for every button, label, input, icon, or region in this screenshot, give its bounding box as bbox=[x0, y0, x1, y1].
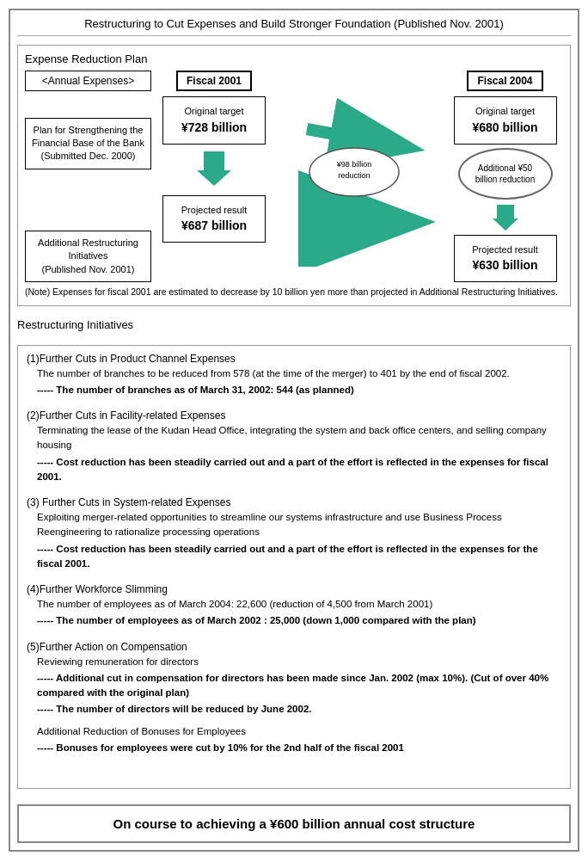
svg-text:¥98 billion: ¥98 billion bbox=[336, 160, 372, 169]
fiscal2001-column: Fiscal 2001 Original target ¥728 billion… bbox=[158, 71, 270, 282]
additional-box: Additional Restructuring Initiatives (Pu… bbox=[25, 231, 151, 282]
restructuring-item-1: (1)Further Cuts in Product Channel Expen… bbox=[27, 353, 561, 398]
item2-title: (2)Further Cuts in Facility-related Expe… bbox=[27, 409, 561, 422]
item1-title: (1)Further Cuts in Product Channel Expen… bbox=[27, 353, 561, 365]
item5-extra-result: ----- Bonuses for employees were cut by … bbox=[37, 741, 561, 755]
svg-text:reduction: reduction bbox=[338, 171, 370, 180]
plan-box: Plan for Strengthening the Financial Bas… bbox=[25, 118, 151, 169]
restructuring-item-5: (5)Further Action on Compensation Review… bbox=[27, 641, 561, 756]
item1-result: ----- The number of branches as of March… bbox=[37, 383, 561, 397]
expense-section: Expense Reduction Plan <Annual Expenses>… bbox=[17, 45, 571, 306]
item4-title: (4)Further Workforce Slimming bbox=[27, 583, 561, 595]
fiscal2001-label: Fiscal 2001 bbox=[176, 71, 252, 91]
item5-title: (5)Further Action on Compensation bbox=[27, 641, 561, 653]
annual-header: <Annual Expenses> bbox=[25, 71, 151, 91]
item5-extra-title: Additional Reduction of Bonuses for Empl… bbox=[37, 724, 561, 739]
fiscal2004-label: Fiscal 2004 bbox=[467, 71, 542, 91]
expense-diagram: <Annual Expenses> Plan for Strengthening… bbox=[25, 71, 563, 282]
item3-result: ----- Cost reduction has been steadily c… bbox=[37, 542, 561, 572]
restructuring-section-title: Restructuring Initiatives bbox=[17, 318, 571, 331]
bottom-box: On course to achieving a ¥600 billion an… bbox=[17, 804, 571, 843]
item5-result2: ----- The number of directors will be re… bbox=[37, 702, 561, 717]
svg-line-2 bbox=[307, 129, 401, 146]
annual-column: <Annual Expenses> Plan for Strengthening… bbox=[25, 71, 158, 282]
restructuring-item-2: (2)Further Cuts in Facility-related Expe… bbox=[27, 409, 561, 484]
arrow-svg: ¥98 billion reduction bbox=[270, 86, 447, 267]
reduction2-bubble: Additional ¥50 billion reduction bbox=[458, 148, 553, 200]
restructuring-item-4: (4)Further Workforce Slimming The number… bbox=[27, 583, 561, 629]
middle-arrows: ¥98 billion reduction bbox=[270, 71, 447, 282]
item2-desc: Terminating the lease of the Kudan Head … bbox=[37, 423, 561, 453]
item3-desc: Exploiting merger-related opportunities … bbox=[37, 510, 561, 540]
restructuring-item-3: (3) Further Cuts in System-related Expen… bbox=[27, 496, 561, 571]
fiscal2004-original: Original target ¥680 billion bbox=[454, 96, 557, 145]
item3-title: (3) Further Cuts in System-related Expen… bbox=[27, 496, 561, 508]
svg-marker-0 bbox=[197, 151, 231, 186]
item2-result: ----- Cost reduction has been steadily c… bbox=[37, 455, 561, 485]
item5-desc: Reviewing remuneration for directors bbox=[37, 655, 561, 669]
restructuring-section: (1)Further Cuts in Product Channel Expen… bbox=[17, 345, 571, 789]
item5-result1: ----- Additional cut in compensation for… bbox=[37, 671, 561, 701]
down-arrow-2001 bbox=[197, 151, 231, 186]
fiscal2001-projected: Projected result ¥687 billion bbox=[162, 195, 266, 243]
down-arrow-2004 bbox=[493, 205, 518, 231]
fiscal2004-projected: Projected result ¥630 billion bbox=[454, 235, 557, 283]
expense-section-title: Expense Reduction Plan bbox=[25, 52, 563, 65]
svg-marker-7 bbox=[493, 205, 518, 231]
fiscal2004-column: Fiscal 2004 Original target ¥680 billion… bbox=[447, 71, 563, 282]
item1-desc: The number of branches to be reduced fro… bbox=[37, 366, 561, 381]
page-container: Restructuring to Cut Expenses and Build … bbox=[9, 9, 579, 852]
item4-result: ----- The number of employees as of Marc… bbox=[37, 613, 561, 628]
expense-note: (Note) Expenses for fiscal 2001 are esti… bbox=[25, 286, 563, 299]
item4-desc: The number of employees as of March 2004… bbox=[37, 597, 561, 612]
page-title: Restructuring to Cut Expenses and Build … bbox=[17, 17, 571, 36]
fiscal2001-original: Original target ¥728 billion bbox=[162, 96, 266, 145]
bottom-text: On course to achieving a ¥600 billion an… bbox=[113, 816, 475, 831]
